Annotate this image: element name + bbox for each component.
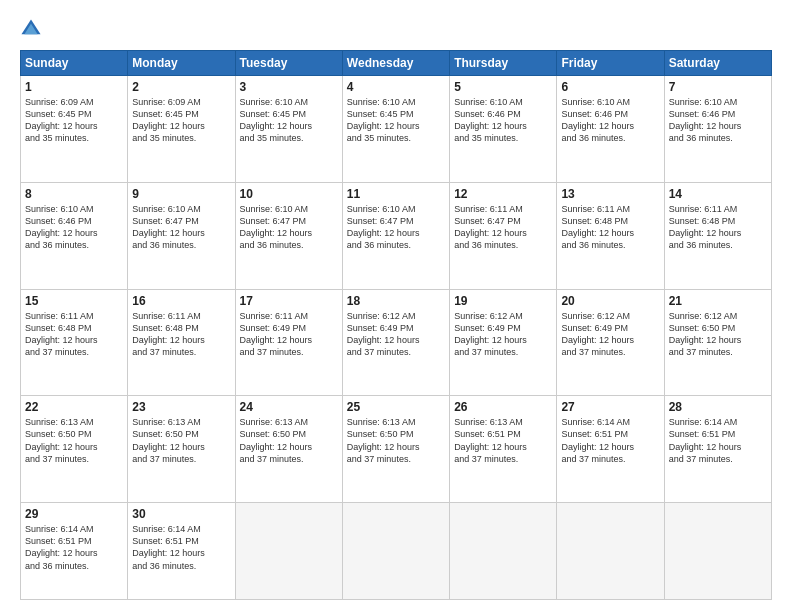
day-info: Sunrise: 6:10 AM Sunset: 6:45 PM Dayligh… (240, 96, 338, 145)
empty-cell (450, 503, 557, 600)
weekday-header-tuesday: Tuesday (235, 51, 342, 76)
day-info: Sunrise: 6:13 AM Sunset: 6:50 PM Dayligh… (132, 416, 230, 465)
day-cell-28: 28Sunrise: 6:14 AM Sunset: 6:51 PM Dayli… (664, 396, 771, 503)
day-info: Sunrise: 6:12 AM Sunset: 6:50 PM Dayligh… (669, 310, 767, 359)
day-cell-2: 2Sunrise: 6:09 AM Sunset: 6:45 PM Daylig… (128, 76, 235, 183)
day-info: Sunrise: 6:14 AM Sunset: 6:51 PM Dayligh… (25, 523, 123, 572)
day-number: 9 (132, 187, 230, 201)
day-info: Sunrise: 6:11 AM Sunset: 6:48 PM Dayligh… (561, 203, 659, 252)
day-cell-7: 7Sunrise: 6:10 AM Sunset: 6:46 PM Daylig… (664, 76, 771, 183)
day-cell-24: 24Sunrise: 6:13 AM Sunset: 6:50 PM Dayli… (235, 396, 342, 503)
day-number: 26 (454, 400, 552, 414)
day-number: 7 (669, 80, 767, 94)
page: SundayMondayTuesdayWednesdayThursdayFrid… (0, 0, 792, 612)
day-cell-1: 1Sunrise: 6:09 AM Sunset: 6:45 PM Daylig… (21, 76, 128, 183)
day-cell-22: 22Sunrise: 6:13 AM Sunset: 6:50 PM Dayli… (21, 396, 128, 503)
day-info: Sunrise: 6:10 AM Sunset: 6:46 PM Dayligh… (454, 96, 552, 145)
logo (20, 18, 46, 40)
weekday-header-wednesday: Wednesday (342, 51, 449, 76)
day-info: Sunrise: 6:12 AM Sunset: 6:49 PM Dayligh… (454, 310, 552, 359)
day-info: Sunrise: 6:11 AM Sunset: 6:49 PM Dayligh… (240, 310, 338, 359)
day-info: Sunrise: 6:11 AM Sunset: 6:48 PM Dayligh… (25, 310, 123, 359)
day-cell-29: 29Sunrise: 6:14 AM Sunset: 6:51 PM Dayli… (21, 503, 128, 600)
day-cell-6: 6Sunrise: 6:10 AM Sunset: 6:46 PM Daylig… (557, 76, 664, 183)
day-number: 4 (347, 80, 445, 94)
day-number: 10 (240, 187, 338, 201)
day-cell-4: 4Sunrise: 6:10 AM Sunset: 6:45 PM Daylig… (342, 76, 449, 183)
day-cell-5: 5Sunrise: 6:10 AM Sunset: 6:46 PM Daylig… (450, 76, 557, 183)
day-number: 5 (454, 80, 552, 94)
day-number: 15 (25, 294, 123, 308)
weekday-header-monday: Monday (128, 51, 235, 76)
day-info: Sunrise: 6:10 AM Sunset: 6:47 PM Dayligh… (132, 203, 230, 252)
empty-cell (664, 503, 771, 600)
day-info: Sunrise: 6:12 AM Sunset: 6:49 PM Dayligh… (561, 310, 659, 359)
day-number: 8 (25, 187, 123, 201)
day-cell-9: 9Sunrise: 6:10 AM Sunset: 6:47 PM Daylig… (128, 182, 235, 289)
day-cell-27: 27Sunrise: 6:14 AM Sunset: 6:51 PM Dayli… (557, 396, 664, 503)
day-cell-17: 17Sunrise: 6:11 AM Sunset: 6:49 PM Dayli… (235, 289, 342, 396)
day-number: 11 (347, 187, 445, 201)
day-cell-21: 21Sunrise: 6:12 AM Sunset: 6:50 PM Dayli… (664, 289, 771, 396)
day-cell-11: 11Sunrise: 6:10 AM Sunset: 6:47 PM Dayli… (342, 182, 449, 289)
day-info: Sunrise: 6:11 AM Sunset: 6:48 PM Dayligh… (132, 310, 230, 359)
day-number: 30 (132, 507, 230, 521)
day-number: 20 (561, 294, 659, 308)
day-cell-19: 19Sunrise: 6:12 AM Sunset: 6:49 PM Dayli… (450, 289, 557, 396)
day-cell-12: 12Sunrise: 6:11 AM Sunset: 6:47 PM Dayli… (450, 182, 557, 289)
day-cell-16: 16Sunrise: 6:11 AM Sunset: 6:48 PM Dayli… (128, 289, 235, 396)
day-number: 19 (454, 294, 552, 308)
day-info: Sunrise: 6:13 AM Sunset: 6:51 PM Dayligh… (454, 416, 552, 465)
day-cell-8: 8Sunrise: 6:10 AM Sunset: 6:46 PM Daylig… (21, 182, 128, 289)
day-number: 18 (347, 294, 445, 308)
day-number: 16 (132, 294, 230, 308)
day-number: 25 (347, 400, 445, 414)
empty-cell (342, 503, 449, 600)
week-row-2: 8Sunrise: 6:10 AM Sunset: 6:46 PM Daylig… (21, 182, 772, 289)
day-number: 22 (25, 400, 123, 414)
day-number: 14 (669, 187, 767, 201)
week-row-5: 29Sunrise: 6:14 AM Sunset: 6:51 PM Dayli… (21, 503, 772, 600)
weekday-header-friday: Friday (557, 51, 664, 76)
day-info: Sunrise: 6:11 AM Sunset: 6:48 PM Dayligh… (669, 203, 767, 252)
day-info: Sunrise: 6:13 AM Sunset: 6:50 PM Dayligh… (347, 416, 445, 465)
weekday-header-sunday: Sunday (21, 51, 128, 76)
day-cell-20: 20Sunrise: 6:12 AM Sunset: 6:49 PM Dayli… (557, 289, 664, 396)
day-info: Sunrise: 6:10 AM Sunset: 6:46 PM Dayligh… (25, 203, 123, 252)
day-number: 21 (669, 294, 767, 308)
day-cell-23: 23Sunrise: 6:13 AM Sunset: 6:50 PM Dayli… (128, 396, 235, 503)
day-number: 13 (561, 187, 659, 201)
day-number: 28 (669, 400, 767, 414)
day-number: 1 (25, 80, 123, 94)
day-cell-30: 30Sunrise: 6:14 AM Sunset: 6:51 PM Dayli… (128, 503, 235, 600)
day-info: Sunrise: 6:14 AM Sunset: 6:51 PM Dayligh… (669, 416, 767, 465)
logo-icon (20, 18, 42, 40)
day-number: 2 (132, 80, 230, 94)
day-number: 23 (132, 400, 230, 414)
day-cell-26: 26Sunrise: 6:13 AM Sunset: 6:51 PM Dayli… (450, 396, 557, 503)
week-row-3: 15Sunrise: 6:11 AM Sunset: 6:48 PM Dayli… (21, 289, 772, 396)
day-info: Sunrise: 6:14 AM Sunset: 6:51 PM Dayligh… (561, 416, 659, 465)
day-info: Sunrise: 6:13 AM Sunset: 6:50 PM Dayligh… (240, 416, 338, 465)
day-cell-10: 10Sunrise: 6:10 AM Sunset: 6:47 PM Dayli… (235, 182, 342, 289)
day-info: Sunrise: 6:10 AM Sunset: 6:45 PM Dayligh… (347, 96, 445, 145)
day-number: 3 (240, 80, 338, 94)
day-info: Sunrise: 6:10 AM Sunset: 6:47 PM Dayligh… (347, 203, 445, 252)
day-cell-13: 13Sunrise: 6:11 AM Sunset: 6:48 PM Dayli… (557, 182, 664, 289)
day-cell-3: 3Sunrise: 6:10 AM Sunset: 6:45 PM Daylig… (235, 76, 342, 183)
day-info: Sunrise: 6:11 AM Sunset: 6:47 PM Dayligh… (454, 203, 552, 252)
weekday-header-row: SundayMondayTuesdayWednesdayThursdayFrid… (21, 51, 772, 76)
day-info: Sunrise: 6:09 AM Sunset: 6:45 PM Dayligh… (132, 96, 230, 145)
week-row-4: 22Sunrise: 6:13 AM Sunset: 6:50 PM Dayli… (21, 396, 772, 503)
day-info: Sunrise: 6:09 AM Sunset: 6:45 PM Dayligh… (25, 96, 123, 145)
header (20, 18, 772, 40)
weekday-header-thursday: Thursday (450, 51, 557, 76)
day-cell-18: 18Sunrise: 6:12 AM Sunset: 6:49 PM Dayli… (342, 289, 449, 396)
day-info: Sunrise: 6:10 AM Sunset: 6:46 PM Dayligh… (561, 96, 659, 145)
day-number: 17 (240, 294, 338, 308)
day-info: Sunrise: 6:14 AM Sunset: 6:51 PM Dayligh… (132, 523, 230, 572)
day-info: Sunrise: 6:10 AM Sunset: 6:46 PM Dayligh… (669, 96, 767, 145)
day-cell-25: 25Sunrise: 6:13 AM Sunset: 6:50 PM Dayli… (342, 396, 449, 503)
day-info: Sunrise: 6:12 AM Sunset: 6:49 PM Dayligh… (347, 310, 445, 359)
day-cell-14: 14Sunrise: 6:11 AM Sunset: 6:48 PM Dayli… (664, 182, 771, 289)
